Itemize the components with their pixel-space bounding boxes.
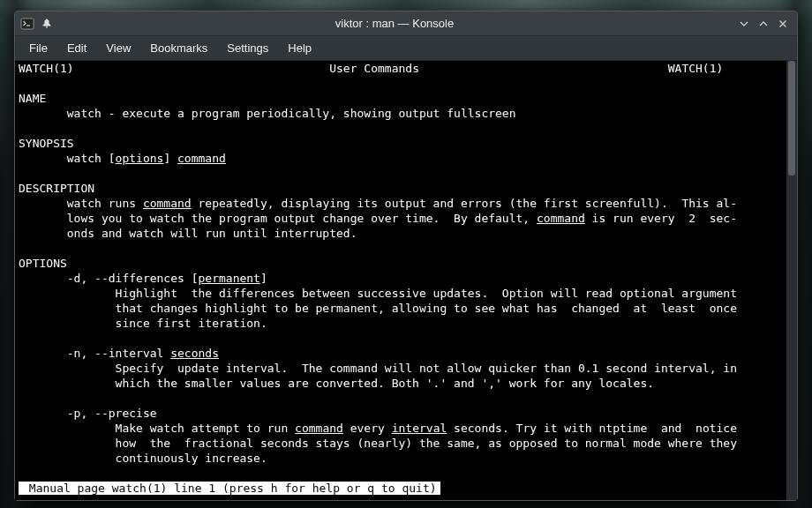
opt-d-permanent: permanent (199, 272, 260, 285)
minimize-button[interactable] (735, 15, 753, 33)
syn-mid: ] (163, 152, 177, 165)
opt-p-text: every (343, 422, 392, 435)
menu-bookmarks[interactable]: Bookmarks (141, 38, 216, 58)
terminal[interactable]: WATCH(1) User Commands WATCH(1) NAME wat… (15, 61, 786, 500)
opt-p: -p, --precise (19, 407, 157, 420)
maximize-button[interactable] (755, 15, 772, 33)
menu-view[interactable]: View (97, 38, 139, 58)
desc-text: onds and watch will run until interrupte… (19, 227, 357, 240)
opt-p-command: command (295, 422, 343, 435)
titlebar[interactable]: viktor : man — Konsole (15, 11, 797, 36)
section-options: OPTIONS (19, 257, 67, 270)
window-title: viktor : man — Konsole (54, 17, 735, 30)
opt-d: -d, --differences [ (19, 272, 199, 285)
spacer (419, 62, 668, 75)
man-header-center: User Commands (329, 62, 419, 75)
opt-p-interval: interval (392, 422, 447, 435)
desc-text: watch runs (19, 197, 143, 210)
desc-text: lows you to watch the program output cha… (19, 212, 537, 225)
opt-p-text: Make watch attempt to run (19, 422, 295, 435)
syn-command: command (177, 152, 226, 165)
menubar: File Edit View Bookmarks Settings Help (15, 36, 797, 61)
desc-command: command (143, 197, 192, 210)
app-icon (20, 17, 34, 31)
menu-settings[interactable]: Settings (218, 38, 277, 58)
section-name: NAME (19, 92, 46, 105)
opt-p-text: seconds. Try it with ntptime and notice (447, 422, 737, 435)
opt-d-text: Highlight the differences between succes… (19, 287, 737, 300)
opt-d: ] (260, 272, 267, 285)
desc-text: repeatedly, displaying its output and er… (192, 197, 737, 210)
opt-n-text: Specify update interval. The command wil… (19, 362, 737, 375)
opt-d-text: since first iteration. (19, 317, 267, 330)
menu-edit[interactable]: Edit (58, 38, 95, 58)
desc-text: is run every 2 sec- (585, 212, 737, 225)
opt-d-text: that changes highlight to be permanent, … (19, 302, 737, 315)
konsole-window: viktor : man — Konsole File Edit View Bo… (14, 11, 798, 501)
syn-options: options (116, 152, 164, 165)
section-synopsis: SYNOPSIS (19, 137, 74, 150)
pager-status: Manual page watch(1) line 1 (press h for… (19, 482, 440, 495)
opt-p-text: how the fractional seconds stays (nearly… (19, 437, 737, 450)
opt-n-text: which the smaller values are converted. … (19, 377, 654, 390)
pin-icon[interactable] (40, 17, 54, 31)
svg-rect-0 (21, 19, 34, 29)
close-button[interactable] (774, 15, 792, 33)
man-header-right: WATCH(1) (668, 62, 724, 75)
spacer (74, 62, 330, 75)
menu-help[interactable]: Help (279, 38, 320, 58)
scroll-thumb[interactable] (788, 61, 795, 176)
syn-pre: watch [ (19, 152, 116, 165)
menu-file[interactable]: File (20, 38, 56, 58)
opt-n: -n, --interval (19, 347, 170, 360)
man-header-left: WATCH(1) (19, 62, 74, 75)
section-description: DESCRIPTION (19, 182, 94, 195)
desc-command: command (537, 212, 585, 225)
opt-n-seconds: seconds (170, 347, 219, 360)
name-line: watch - execute a program periodically, … (19, 107, 516, 120)
opt-p-text: continuously increase. (19, 452, 267, 465)
terminal-scrollbar[interactable] (786, 61, 797, 500)
